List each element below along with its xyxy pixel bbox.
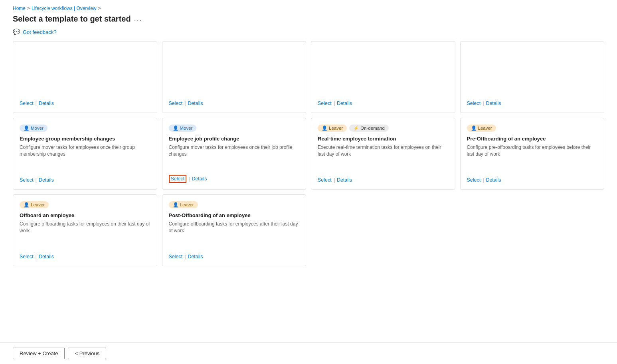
- page-title-row: Select a template to get started ...: [0, 13, 617, 27]
- review-create-button[interactable]: Review + Create: [13, 348, 65, 359]
- badge-leaver: 👤 Leaver: [318, 125, 347, 132]
- select-link-realtime-termination[interactable]: Select: [318, 177, 332, 183]
- details-link-pre-offboarding[interactable]: Details: [486, 177, 501, 183]
- card-title: Employee group membership changes: [20, 136, 150, 142]
- breadcrumb-sep1: >: [27, 6, 30, 11]
- feedback-label[interactable]: Got feedback?: [23, 29, 57, 35]
- card-desc: Configure offboarding tasks for employee…: [169, 221, 300, 247]
- divider: |: [188, 176, 190, 182]
- badge-label: Leaver: [31, 202, 45, 207]
- mover-icon: 👤: [24, 125, 29, 131]
- divider: |: [483, 101, 484, 106]
- previous-button[interactable]: < Previous: [68, 348, 106, 359]
- card-actions: Select | Details: [318, 101, 449, 106]
- details-link-group-membership[interactable]: Details: [39, 177, 54, 183]
- badge-row: 👤 Leaver ⚡ On-demand: [318, 125, 449, 132]
- badge-label: Leaver: [478, 126, 492, 131]
- feedback-row[interactable]: 💬 Got feedback?: [0, 27, 617, 40]
- card-row1-col2: Select | Details: [162, 41, 307, 113]
- card-empty-area: [169, 48, 300, 94]
- divider: |: [36, 177, 37, 183]
- select-link-r1c1[interactable]: Select: [20, 101, 34, 106]
- card-desc: Configure pre-offboarding tasks for empl…: [467, 144, 598, 171]
- select-link-r1c2[interactable]: Select: [169, 101, 183, 106]
- badge-row: 👤 Mover: [20, 125, 150, 132]
- badge-label: Mover: [180, 126, 193, 131]
- card-actions: Select | Details: [20, 254, 150, 259]
- card-desc: Execute real-time termination tasks for …: [318, 144, 449, 171]
- card-row1-col1: Select | Details: [13, 41, 157, 113]
- badge-ondemand: ⚡ On-demand: [349, 125, 389, 132]
- card-pre-offboarding: 👤 Leaver Pre-Offboarding of an employee …: [460, 118, 605, 190]
- select-link-pre-offboarding[interactable]: Select: [467, 177, 481, 183]
- page-title: Select a template to get started: [13, 14, 131, 24]
- breadcrumb: Home > Lifecycle workflows | Overview >: [0, 0, 617, 13]
- leaver-icon: 👤: [322, 125, 327, 131]
- details-link-r1c3[interactable]: Details: [337, 101, 352, 106]
- card-post-offboarding: 👤 Leaver Post-Offboarding of an employee…: [162, 194, 307, 266]
- breadcrumb-home[interactable]: Home: [13, 6, 26, 11]
- details-link-r1c1[interactable]: Details: [39, 101, 54, 106]
- badge-row: 👤 Leaver: [467, 125, 598, 132]
- card-realtime-termination: 👤 Leaver ⚡ On-demand Real-time employee …: [311, 118, 455, 190]
- divider: |: [334, 101, 335, 106]
- card-actions: Select | Details: [169, 175, 300, 183]
- divider: |: [334, 177, 335, 183]
- leaver-icon: 👤: [24, 202, 29, 208]
- select-link-r1c3[interactable]: Select: [318, 101, 332, 106]
- content-area: Select | Details Select | Details Select…: [0, 40, 617, 342]
- card-title: Real-time employee termination: [318, 136, 449, 142]
- divider: |: [36, 101, 37, 106]
- breadcrumb-parent[interactable]: Lifecycle workflows | Overview: [32, 6, 97, 11]
- badge-label: Leaver: [329, 126, 343, 131]
- footer-bar: Review + Create < Previous: [0, 342, 617, 364]
- card-desc: Configure mover tasks for employees once…: [169, 144, 300, 168]
- badge-label: Leaver: [180, 202, 194, 207]
- details-link-realtime-termination[interactable]: Details: [337, 177, 352, 183]
- badge-row: 👤 Leaver: [20, 201, 150, 208]
- cards-row-1: Select | Details Select | Details Select…: [13, 41, 604, 113]
- divider: |: [184, 254, 186, 259]
- cards-row-3: 👤 Leaver Offboard an employee Configure …: [13, 194, 604, 266]
- select-link-post-offboarding[interactable]: Select: [169, 254, 183, 259]
- badge-mover: 👤 Mover: [20, 125, 47, 132]
- card-offboard: 👤 Leaver Offboard an employee Configure …: [13, 194, 157, 266]
- leaver-icon: 👤: [471, 125, 477, 131]
- select-link-job-profile[interactable]: Select: [169, 175, 187, 183]
- card-actions: Select | Details: [20, 177, 150, 183]
- card-actions: Select | Details: [318, 177, 449, 183]
- ondemand-icon: ⚡: [353, 125, 359, 131]
- divider: |: [184, 101, 186, 106]
- cards-row-2: 👤 Mover Employee group membership change…: [13, 118, 604, 190]
- select-link-offboard[interactable]: Select: [20, 254, 34, 259]
- details-link-offboard[interactable]: Details: [39, 254, 54, 259]
- feedback-icon: 💬: [13, 28, 20, 36]
- card-desc: Configure offboarding tasks for employee…: [20, 221, 150, 247]
- card-row1-col3: Select | Details: [311, 41, 455, 113]
- badge-leaver: 👤 Leaver: [20, 201, 49, 208]
- card-job-profile: 👤 Mover Employee job profile change Conf…: [162, 118, 307, 190]
- card-desc: Configure mover tasks for employees once…: [20, 144, 150, 171]
- card-actions: Select | Details: [467, 101, 598, 106]
- details-link-r1c2[interactable]: Details: [188, 101, 203, 106]
- badge-mover: 👤 Mover: [169, 125, 197, 132]
- card-actions: Select | Details: [169, 101, 300, 106]
- more-options-button[interactable]: ...: [134, 15, 142, 23]
- details-link-job-profile[interactable]: Details: [192, 176, 207, 182]
- card-title: Offboard an employee: [20, 212, 150, 218]
- card-title: Post-Offboarding of an employee: [169, 212, 300, 218]
- card-actions: Select | Details: [169, 254, 300, 259]
- select-link-group-membership[interactable]: Select: [20, 177, 34, 183]
- badge-row: 👤 Leaver: [169, 201, 300, 208]
- breadcrumb-sep2: >: [98, 6, 101, 11]
- details-link-post-offboarding[interactable]: Details: [188, 254, 203, 259]
- card-title: Pre-Offboarding of an employee: [467, 136, 598, 142]
- details-link-r1c4[interactable]: Details: [486, 101, 501, 106]
- card-group-membership: 👤 Mover Employee group membership change…: [13, 118, 157, 190]
- select-link-r1c4[interactable]: Select: [467, 101, 481, 106]
- badge-row: 👤 Mover: [169, 125, 300, 132]
- card-empty-area: [20, 48, 150, 94]
- badge-leaver: 👤 Leaver: [169, 201, 198, 208]
- card-row1-col4: Select | Details: [460, 41, 605, 113]
- card-empty-area: [318, 48, 449, 94]
